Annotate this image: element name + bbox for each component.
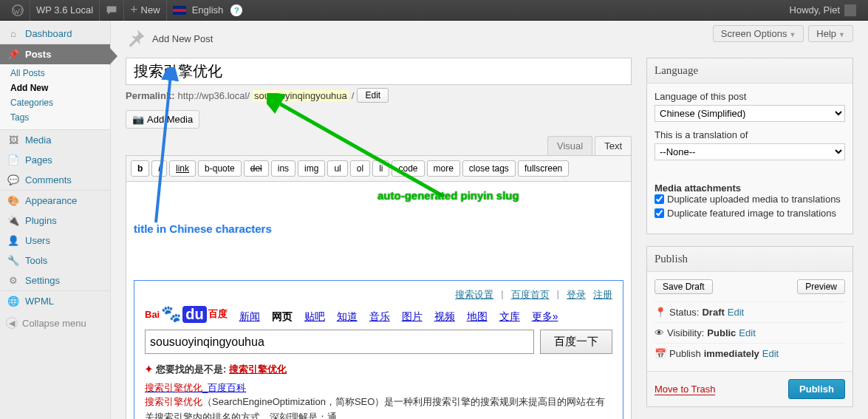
baidu-logo[interactable]: Bai🐾du百度	[145, 304, 228, 324]
edit-visibility[interactable]: Edit	[739, 327, 755, 338]
qt-del[interactable]: del	[244, 160, 269, 177]
menu-settings[interactable]: ⚙Settings	[0, 270, 110, 290]
camera-icon: 📷	[132, 114, 144, 125]
tab-text[interactable]: Text	[595, 136, 632, 155]
collapse-menu[interactable]: ◀Collapse menu	[0, 311, 110, 335]
baidu-result-title[interactable]: 搜索引擎优化_百度百科	[145, 381, 246, 393]
help-icon[interactable]: ?	[230, 4, 242, 16]
move-to-trash[interactable]: Move to Trash	[655, 384, 715, 395]
pages-icon: 📄	[6, 154, 21, 166]
publish-button[interactable]: Publish	[788, 379, 845, 399]
post-title-input[interactable]	[126, 58, 632, 85]
baidu-search-button[interactable]: 百度一下	[540, 330, 612, 354]
baidu-nav-item[interactable]: 更多»	[532, 310, 558, 324]
help-button[interactable]: Help▼	[808, 25, 853, 42]
howdy-text: Howdy, Piet	[790, 4, 840, 16]
dup-featured-check[interactable]: Duplicate featured image to translations	[655, 208, 845, 219]
preview-button[interactable]: Preview	[797, 279, 845, 294]
edit-slug-button[interactable]: Edit	[357, 88, 389, 103]
baidu-top-link[interactable]: 百度首页	[511, 288, 550, 302]
baidu-top-link[interactable]: 登录	[567, 288, 586, 302]
edit-schedule[interactable]: Edit	[762, 348, 779, 359]
qt-close[interactable]: close tags	[462, 160, 516, 177]
qt-ins[interactable]: ins	[271, 160, 295, 177]
qt-bold[interactable]: b	[131, 160, 149, 177]
baidu-nav: Bai🐾du百度 新闻 网页 贴吧 知道 音乐 图片 视频 地图 文库 更多»	[145, 304, 612, 324]
comments-bubble[interactable]	[100, 0, 124, 21]
menu-posts[interactable]: 📌Posts	[0, 44, 110, 64]
baidu-search-input[interactable]	[145, 330, 534, 354]
submenu-all-posts[interactable]: All Posts	[0, 66, 110, 81]
submenu-tags[interactable]: Tags	[0, 110, 110, 125]
baidu-nav-item[interactable]: 文库	[499, 310, 520, 324]
dup-uploaded-check[interactable]: Duplicate uploaded media to translations	[655, 194, 845, 205]
site-title[interactable]: WP 3.6 Local	[30, 0, 100, 21]
menu-media[interactable]: 🖼Media	[0, 129, 110, 150]
menu-appearance[interactable]: 🎨Appearance	[0, 190, 110, 211]
baidu-nav-item[interactable]: 知道	[337, 310, 358, 324]
baidu-nav-item[interactable]: 网页	[272, 310, 293, 324]
qt-ol[interactable]: ol	[350, 160, 370, 177]
permalink-base: http://wp36.local/	[177, 90, 250, 101]
language-box-title: Language	[647, 58, 852, 84]
appearance-icon: 🎨	[6, 195, 21, 206]
qt-code[interactable]: code	[392, 160, 424, 177]
menu-pages[interactable]: 📄Pages	[0, 150, 110, 170]
plugins-icon: 🔌	[6, 215, 21, 226]
lang-select[interactable]: Chinese (Simplified)	[655, 105, 845, 122]
editor-tabs: Visual Text	[126, 136, 632, 155]
permalink-suffix: /	[352, 90, 355, 101]
qt-italic[interactable]: i	[151, 160, 167, 177]
qt-img[interactable]: img	[298, 160, 325, 177]
submenu-categories[interactable]: Categories	[0, 95, 110, 110]
translation-select[interactable]: --None--	[655, 143, 845, 160]
users-icon: 👤	[6, 235, 21, 246]
submenu-add-new[interactable]: Add New	[0, 81, 110, 95]
new-content[interactable]: +New	[124, 0, 167, 21]
qt-link[interactable]: link	[169, 160, 196, 177]
calendar-icon: 📅	[655, 348, 666, 359]
menu-dashboard[interactable]: ⌂Dashboard	[0, 24, 110, 44]
save-draft-button[interactable]: Save Draft	[655, 279, 713, 294]
visibility-icon: 👁	[655, 327, 664, 338]
baidu-nav-item[interactable]: 地图	[467, 310, 488, 324]
permalink-label: Permalink:	[126, 90, 174, 101]
editor-toolbar: b i link b-quote del ins img ul ol li co…	[126, 155, 632, 182]
baidu-nav-item[interactable]: 视频	[434, 310, 455, 324]
baidu-screenshot: 搜索设置 | 百度首页 | 登录 注册 Bai🐾du百度 新闻 网页 贴吧	[134, 280, 623, 419]
wpml-icon: 🌐	[6, 296, 21, 307]
lang-of-post-label: Language of this post	[655, 91, 845, 102]
baidu-nav-item[interactable]: 音乐	[369, 310, 390, 324]
wp-logo[interactable]	[6, 0, 30, 21]
edit-status[interactable]: Edit	[728, 307, 744, 318]
baidu-nav-item[interactable]: 贴吧	[304, 310, 325, 324]
baidu-nav-item[interactable]: 新闻	[239, 310, 260, 324]
screen-options-button[interactable]: Screen Options▼	[713, 25, 804, 42]
admin-bar: WP 3.6 Local +New English? Howdy, Piet	[0, 0, 868, 21]
menu-comments[interactable]: 💬Comments	[0, 170, 110, 190]
site-title-text: WP 3.6 Local	[36, 4, 93, 16]
tab-visual[interactable]: Visual	[547, 136, 592, 155]
qt-bquote[interactable]: b-quote	[198, 160, 242, 177]
baidu-suggestion[interactable]: 搜索引擎优化	[229, 364, 287, 375]
editor-textarea[interactable]: title in Chinese characters auto-generat…	[126, 182, 632, 419]
baidu-top-link[interactable]: 注册	[593, 288, 612, 302]
menu-plugins[interactable]: 🔌Plugins	[0, 211, 110, 231]
qt-li[interactable]: li	[372, 160, 389, 177]
tools-icon: 🔧	[6, 255, 21, 266]
baidu-top-link[interactable]: 搜索设置	[455, 288, 493, 302]
qt-more[interactable]: more	[427, 160, 460, 177]
baidu-nav-item[interactable]: 图片	[402, 310, 423, 324]
language-switch[interactable]: English?	[167, 0, 249, 21]
menu-wpml[interactable]: 🌐WPML	[0, 290, 110, 311]
home-icon: ⌂	[6, 28, 21, 39]
menu-users[interactable]: 👤Users	[0, 231, 110, 251]
menu-tools[interactable]: 🔧Tools	[0, 251, 110, 270]
add-media-button[interactable]: 📷Add Media	[126, 110, 199, 129]
avatar	[844, 4, 856, 16]
qt-fullscreen[interactable]: fullscreen	[518, 160, 569, 177]
admin-menu: ⌂Dashboard 📌Posts All Posts Add New Cate…	[0, 21, 111, 419]
howdy-user[interactable]: Howdy, Piet	[784, 0, 862, 21]
qt-ul[interactable]: ul	[327, 160, 347, 177]
permalink-slug[interactable]: sousuoyinqingyouhua	[253, 90, 349, 101]
